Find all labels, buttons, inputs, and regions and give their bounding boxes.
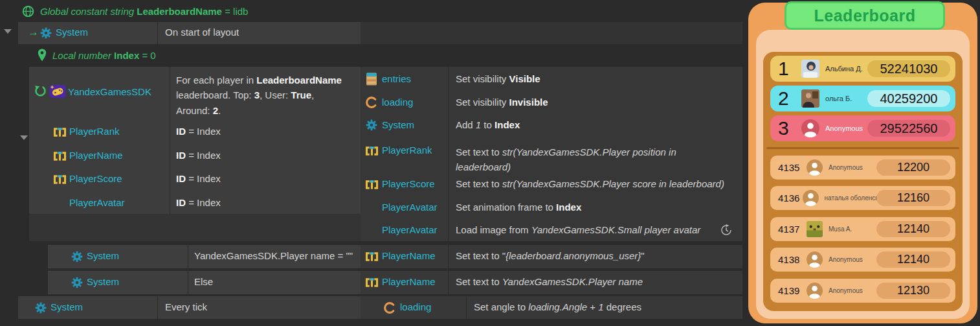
leaderboard-rows-container: 1 Альбина Д. 52241030 2 ольга Б. 4025920… <box>763 52 963 311</box>
text-object-icon <box>53 151 67 161</box>
condition-row[interactable]: PlayerScore ID = Index <box>29 172 361 187</box>
player-name: Musa A. <box>829 226 852 233</box>
player-name: Альбина Д. <box>825 65 863 73</box>
object-name: YandexGamesSDK <box>68 86 151 97</box>
condition-cell[interactable]: System YandexGamesSDK.Player name = "" <box>48 245 361 268</box>
anonymous-avatar <box>807 283 823 299</box>
anonymous-avatar <box>807 159 823 176</box>
object-name: System <box>56 27 88 38</box>
object-name: PlayerName <box>382 250 436 261</box>
object-name: loading <box>382 97 413 108</box>
score-pill: 12160 <box>876 190 950 206</box>
condition-row[interactable]: PlayerName ID = Index <box>29 149 361 163</box>
global-variable-row[interactable]: Global constant string LeaderboardName =… <box>22 3 248 19</box>
event-foreach-player-actions: entries Set visibility Visible loading S… <box>361 67 742 241</box>
anonymous-avatar <box>803 190 819 206</box>
yandex-games-sdk-icon <box>49 84 66 99</box>
collapse-arrow-icon[interactable] <box>20 135 28 140</box>
score-pill: 12140 <box>876 221 950 237</box>
action-text: Set text to str(YandexGamesSDK.Player sc… <box>456 178 724 189</box>
gear-icon <box>71 277 83 288</box>
action-text: Set animation frame to Index <box>456 202 581 213</box>
rank-number: 1 <box>778 59 801 78</box>
action-row[interactable]: PlayerAvatar Set animation frame to Inde… <box>361 201 742 215</box>
action-row[interactable]: PlayerRank Set text to str(YandexGamesSD… <box>361 144 742 174</box>
action-row[interactable]: loading Set angle to loading.Angle + 1 d… <box>361 296 742 319</box>
leaderboard-row-2: 2 ольга Б. 40259200 <box>770 86 955 111</box>
screenshot-root: Global constant string LeaderboardName =… <box>0 0 980 326</box>
rank-number: 4137 <box>778 224 807 235</box>
rank-number: 4138 <box>778 254 807 265</box>
leaderboard-row-4139: 4139 Anonymous 12130 <box>770 279 955 303</box>
gear-icon <box>71 251 83 262</box>
object-name: System <box>50 301 83 312</box>
action-text: Set visibility Invisible <box>456 97 548 108</box>
event-on-start-of-layout: → System On start of layout <box>18 22 742 44</box>
action-row[interactable]: entries Set visibility Visible <box>361 73 742 87</box>
leaderboard-title-banner: Leaderboard <box>785 1 945 30</box>
anonymous-avatar <box>807 251 823 268</box>
action-text: Set angle to loading.Angle + 1 degrees <box>474 301 641 312</box>
condition-text: Else <box>194 276 213 287</box>
rank-number: 2 <box>778 89 801 108</box>
anonymous-avatar <box>801 119 819 137</box>
text-object-icon <box>53 127 67 137</box>
score-pill: 40259200 <box>867 90 950 107</box>
player-avatar <box>801 89 819 108</box>
condition-row[interactable]: PlayerAvatar ID = Index <box>29 196 361 211</box>
event-every-tick: System Every tick loading Set angle to l… <box>18 296 742 319</box>
text-object-icon <box>365 251 379 262</box>
condition-text: Every tick <box>165 301 207 312</box>
object-name: PlayerAvatar <box>69 197 125 208</box>
rank-number: 4139 <box>778 285 807 296</box>
leaderboard-row-4138: 4138 Anonymous 12140 <box>770 248 955 272</box>
player-avatar <box>801 60 819 78</box>
text-object-icon <box>365 146 379 156</box>
leaderboard-row-1: 1 Альбина Д. 52241030 <box>770 56 955 82</box>
condition-cell[interactable]: System Every tick <box>18 296 361 319</box>
score-pill: 52241030 <box>867 60 950 77</box>
rank-number: 4136 <box>778 192 803 204</box>
loading-spinner-icon <box>383 301 396 314</box>
action-text: Set text to YandexGamesSDK.Player name <box>456 276 643 287</box>
action-text: Set text to str(YandexGamesSDK.Player po… <box>456 145 728 174</box>
score-pill: 12130 <box>876 283 950 299</box>
action-row[interactable]: PlayerScore Set text to str(YandexGamesS… <box>361 178 742 192</box>
gear-icon <box>40 27 52 39</box>
condition-cell[interactable]: → System On start of layout <box>18 22 361 44</box>
player-name: Anonymous <box>829 256 863 263</box>
action-row[interactable]: PlayerName Set text to "{leaderboard.ano… <box>361 245 742 268</box>
rank-number: 3 <box>778 119 801 138</box>
player-name: ольга Б. <box>825 95 852 102</box>
object-name: System <box>382 119 414 130</box>
leaderboard-preview-panel: 1 Альбина Д. 52241030 2 ольга Б. 4025920… <box>748 3 977 323</box>
condition-cell[interactable]: System Else <box>48 271 361 294</box>
leaderboard-row-4135: 4135 Anonymous 12200 <box>770 156 955 180</box>
local-variable-row[interactable]: Local number Index = 0 <box>38 48 156 62</box>
object-name: PlayerAvatar <box>382 202 438 213</box>
object-name: PlayerScore <box>382 178 435 189</box>
globe-icon <box>22 5 34 17</box>
subevent-else: System Else PlayerName Set text to Yande… <box>48 271 742 294</box>
action-row[interactable]: System Add 1 to Index <box>361 119 742 133</box>
score-pill: 12200 <box>876 159 950 176</box>
leaderboard-divider <box>766 147 959 149</box>
player-name: наталья оболенская <box>825 194 876 202</box>
action-row[interactable]: loading Set visibility Invisible <box>361 96 742 110</box>
event-sheet: Global constant string LeaderboardName =… <box>0 0 744 326</box>
event-foreach-player-conditions[interactable]: YandexGamesSDK For each player in Leader… <box>29 67 361 214</box>
loop-icon <box>34 85 47 98</box>
object-name: loading <box>400 301 431 312</box>
action-row[interactable]: PlayerAvatar Load image from YandexGames… <box>361 224 742 238</box>
condition-text: ID = Index <box>176 173 221 184</box>
player-name: Anonymous <box>825 124 863 132</box>
condition-row[interactable]: PlayerRank ID = Index <box>29 125 361 139</box>
object-name: PlayerAvatar <box>382 224 438 235</box>
condition-text: On start of layout <box>165 27 239 38</box>
async-action-icon <box>720 224 732 236</box>
action-row[interactable]: PlayerName Set text to YandexGamesSDK.Pl… <box>361 271 742 294</box>
condition-text: YandexGamesSDK.Player name = "" <box>194 250 353 261</box>
leaderboard-title: Leaderboard <box>814 6 916 25</box>
leaderboard-row-4137: 4137 Musa A. 12140 <box>770 217 955 241</box>
collapse-arrow-icon[interactable] <box>4 29 12 34</box>
